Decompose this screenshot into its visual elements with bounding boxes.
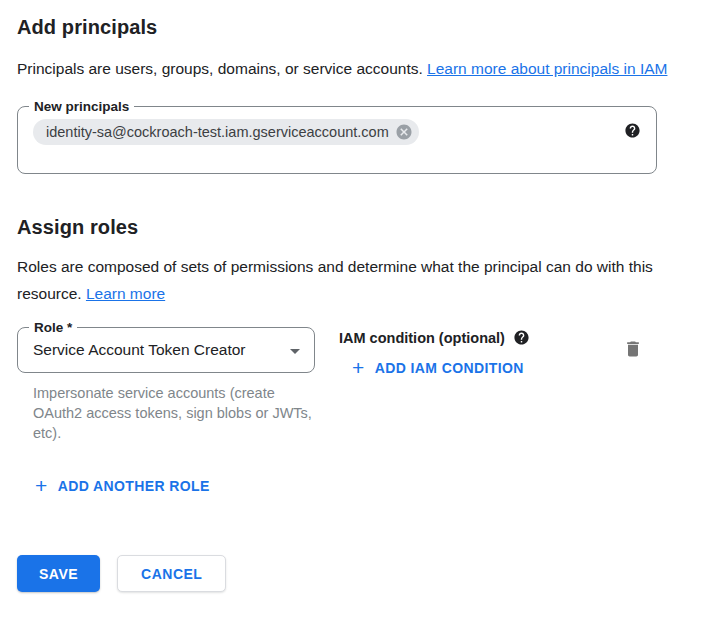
chevron-down-icon bbox=[283, 339, 307, 367]
action-bar: SAVE CANCEL bbox=[17, 555, 713, 592]
principal-chip-value: identity-sa@cockroach-test.iam.gservicea… bbox=[46, 124, 389, 140]
role-helper-text: Impersonate service accounts (create OAu… bbox=[33, 383, 313, 443]
iam-condition-label: IAM condition (optional) bbox=[339, 330, 505, 346]
plus-icon: + bbox=[35, 477, 48, 495]
chip-remove-icon[interactable] bbox=[395, 123, 413, 141]
principals-description-text: Principals are users, groups, domains, o… bbox=[17, 60, 427, 77]
learn-more-principals-link[interactable]: Learn more about principals in IAM bbox=[427, 60, 667, 77]
principals-description: Principals are users, groups, domains, o… bbox=[17, 55, 669, 82]
iam-condition-help-icon[interactable] bbox=[513, 329, 530, 346]
add-principals-title: Add principals bbox=[17, 16, 713, 39]
roles-description: Roles are composed of sets of permission… bbox=[17, 253, 669, 307]
role-select[interactable]: Role * Service Account Token Creator bbox=[17, 327, 315, 373]
add-iam-condition-button[interactable]: + ADD IAM CONDITION bbox=[352, 359, 524, 377]
add-principals-panel: Add principals Principals are users, gro… bbox=[0, 0, 713, 592]
role-column: Role * Service Account Token Creator Imp… bbox=[17, 327, 315, 443]
plus-icon: + bbox=[352, 359, 365, 377]
principals-help-icon[interactable] bbox=[624, 122, 641, 139]
role-select-label: Role * bbox=[29, 319, 77, 336]
trash-icon bbox=[623, 339, 643, 359]
new-principals-field[interactable]: New principals identity-sa@cockroach-tes… bbox=[17, 106, 657, 174]
principal-chip: identity-sa@cockroach-test.iam.gservicea… bbox=[33, 119, 419, 145]
iam-condition-label-row: IAM condition (optional) bbox=[339, 329, 623, 346]
add-another-role-label: ADD ANOTHER ROLE bbox=[58, 478, 210, 494]
add-iam-condition-label: ADD IAM CONDITION bbox=[375, 360, 524, 376]
new-principals-field-label: New principals bbox=[29, 98, 134, 115]
role-row: Role * Service Account Token Creator Imp… bbox=[17, 327, 657, 443]
role-select-value: Service Account Token Creator bbox=[33, 341, 246, 359]
save-button[interactable]: SAVE bbox=[17, 555, 100, 592]
assign-roles-title: Assign roles bbox=[17, 216, 713, 239]
cancel-button[interactable]: CANCEL bbox=[117, 555, 226, 592]
iam-condition-column: IAM condition (optional) + ADD IAM CONDI… bbox=[339, 327, 623, 443]
learn-more-roles-link[interactable]: Learn more bbox=[86, 285, 165, 302]
delete-role-button[interactable] bbox=[623, 339, 643, 361]
add-another-role-button[interactable]: + ADD ANOTHER ROLE bbox=[35, 477, 210, 495]
